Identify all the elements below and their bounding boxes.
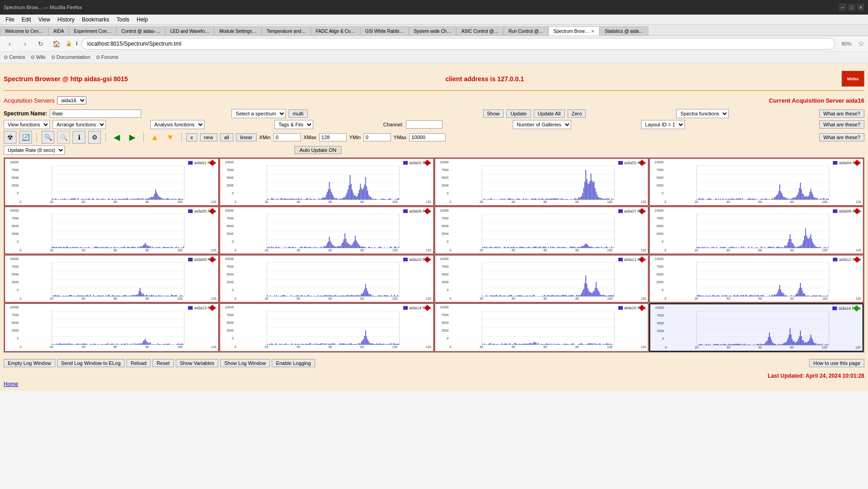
tab-temperature[interactable]: Temperature and… [262, 26, 311, 36]
tab-run[interactable]: Run Control @… [504, 26, 548, 36]
acq-server-select[interactable]: aida16 [57, 96, 86, 104]
tab-module[interactable]: Module Settings… [214, 26, 262, 36]
tab-asic[interactable]: ASIC Control @… [456, 26, 503, 36]
chart-svg-aida01[interactable] [20, 166, 216, 200]
chart-svg-aida06[interactable] [235, 214, 431, 248]
chart-cell-aida15[interactable]: 100007500500025000 aida15 Rate [435, 303, 649, 352]
cycle-icon-button[interactable]: 🔄 [19, 131, 32, 144]
chart-cell-aida03[interactable]: 100007500500025000 aida03 Rate [435, 158, 649, 206]
radiation-icon-button[interactable]: ☢ [4, 131, 16, 144]
select-spectrum-dropdown[interactable]: Select a spectrum [231, 109, 286, 118]
next-button[interactable]: ▶ [126, 131, 139, 144]
tab-statistics[interactable]: Statistics @ aida… [600, 26, 648, 36]
prev-button[interactable]: ◀ [110, 131, 123, 144]
update-all-button[interactable]: Update All [534, 109, 565, 118]
arrange-functions-select[interactable]: Arrange functions [53, 120, 106, 129]
zoom-out-button[interactable]: 🔍 [57, 131, 70, 144]
back-button[interactable]: ‹ [4, 38, 16, 50]
chart-svg-aida05[interactable] [20, 214, 216, 248]
zero-button[interactable]: Zero [568, 109, 586, 118]
multi-button[interactable]: multi [289, 109, 307, 118]
chart-cell-aida11[interactable]: 100007500500025000 aida11 Rate [435, 255, 649, 302]
maximize-button[interactable]: □ [848, 4, 855, 11]
what-are-these-2-button[interactable]: What are these? [819, 120, 864, 129]
show-button[interactable]: Show [483, 109, 504, 118]
all-button[interactable]: all [220, 133, 233, 141]
menu-file[interactable]: File [2, 16, 18, 24]
chart-cell-aida08[interactable]: 100007500500025000 aida08 Rate [649, 207, 863, 254]
bookmark-star-icon[interactable]: ☆ [858, 39, 864, 48]
chart-svg-aida13[interactable] [20, 311, 216, 345]
xmax-input[interactable] [319, 133, 347, 141]
chart-svg-aida03[interactable] [450, 166, 647, 200]
menu-bookmarks[interactable]: Bookmarks [78, 16, 113, 24]
ymin-input[interactable] [363, 133, 391, 141]
empty-log-button[interactable]: Empty Log Window [4, 359, 55, 367]
chart-svg-aida04[interactable] [664, 166, 861, 200]
xmin-input[interactable] [274, 133, 301, 141]
zoom-in-button[interactable]: 🔍 [42, 131, 54, 144]
what-are-these-1-button[interactable]: What are these? [819, 109, 864, 118]
layout-id-select[interactable]: Layout ID = 1 [641, 120, 685, 129]
chart-cell-aida09[interactable]: 100007500500025000 aida09 Rate [5, 255, 219, 302]
bookmark-centos[interactable]: ⊙ Centos [4, 54, 25, 60]
number-of-galleries-select[interactable]: Number of Galleries [513, 120, 571, 129]
chart-svg-aida02[interactable] [235, 166, 431, 200]
reload-button[interactable]: Reload [126, 359, 151, 367]
show-log-button[interactable]: Show Log Window [220, 359, 270, 367]
tab-welcome[interactable]: Welcome to Cen… [0, 26, 48, 36]
chart-svg-aida09[interactable] [20, 262, 216, 297]
tab-aida[interactable]: AIDA [48, 26, 69, 36]
close-button[interactable]: ✕ [857, 4, 864, 11]
tab-led[interactable]: LED and Wavefo… [165, 26, 214, 36]
tab-spectrum[interactable]: Spectrum Brow…✕ [548, 26, 600, 36]
chart-cell-aida04[interactable]: 100007500500025000 aida04 Rate [649, 158, 863, 206]
tab-fadc[interactable]: FADC Align & Co… [311, 26, 360, 36]
bookmark-forums[interactable]: ⊙ Forums [96, 54, 118, 60]
chart-cell-aida07[interactable]: 100007500500025000 aida07 Rate [435, 207, 649, 254]
spectra-functions-select[interactable]: Spectra functions [676, 109, 729, 118]
reset-button[interactable]: Reset [153, 359, 174, 367]
channel-input[interactable] [406, 120, 442, 129]
new-button[interactable]: new [200, 133, 217, 141]
spectrum-name-input[interactable] [50, 109, 141, 118]
tab-gsi[interactable]: GSI White Rabbi… [360, 26, 409, 36]
tags-fits-select[interactable]: Tags & Fits [274, 120, 313, 129]
x-button[interactable]: x [186, 133, 197, 141]
tab-close-icon[interactable]: ✕ [591, 29, 594, 34]
send-log-button[interactable]: Send Log Window to ELog [57, 359, 125, 367]
tab-control-aidas[interactable]: Control @ aidas-… [116, 26, 165, 36]
ymax-input[interactable] [409, 133, 446, 141]
enable-logging-button[interactable]: Enable Logging [272, 359, 315, 367]
menu-edit[interactable]: Edit [18, 16, 35, 24]
chart-svg-aida16[interactable] [665, 311, 861, 345]
menu-history[interactable]: History [54, 16, 78, 24]
view-functions-select[interactable]: View functions [4, 120, 50, 129]
show-variables-button[interactable]: Show Variables [176, 359, 219, 367]
chart-svg-aida11[interactable] [450, 262, 647, 297]
analysis-functions-select[interactable]: Analysis functions [150, 120, 205, 129]
down-button[interactable]: ▼ [164, 131, 177, 144]
chart-cell-aida14[interactable]: 100007500500025000 aida14 Rate [220, 303, 434, 352]
chart-cell-aida16[interactable]: 100007500500025000 aida16 Rate [649, 303, 863, 352]
info-button[interactable]: ℹ [73, 131, 85, 144]
minimize-button[interactable]: ─ [839, 4, 846, 11]
chart-cell-aida06[interactable]: 100007500500025000 aida06 Rate [220, 207, 434, 254]
what-are-these-3-button[interactable]: What are these? [819, 133, 864, 141]
up-button[interactable]: ▲ [148, 131, 161, 144]
bookmark-documentation[interactable]: ⊙ Documentation [51, 54, 90, 60]
update-rate-select[interactable]: Update Rate (8 secs) [4, 146, 65, 155]
menu-help[interactable]: Help [133, 16, 152, 24]
chart-cell-aida12[interactable]: 100007500500025000 aida12 Rate [649, 255, 863, 302]
chart-cell-aida13[interactable]: 100007500500025000 aida13 Rate [5, 303, 219, 352]
chart-svg-aida08[interactable] [664, 214, 861, 248]
menu-view[interactable]: View [35, 16, 54, 24]
reload-nav-button[interactable]: ↻ [35, 38, 47, 50]
menu-tools[interactable]: Tools [113, 16, 133, 24]
forward-button[interactable]: › [19, 38, 31, 50]
chart-svg-aida12[interactable] [664, 262, 861, 297]
chart-cell-aida05[interactable]: 100007500500025000 aida05 Rate [5, 207, 219, 254]
how-to-use-button[interactable]: How to use this page [809, 359, 864, 367]
tab-experiment[interactable]: Experiment Con… [69, 26, 116, 36]
settings-button[interactable]: ⚙ [88, 131, 101, 144]
